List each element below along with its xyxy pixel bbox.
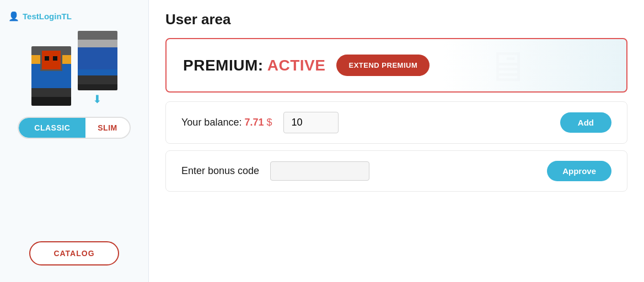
balance-label: Your balance: 7.71 $ xyxy=(181,117,272,128)
main-content: User area PREMIUM: ACTIVE EXTEND PREMIUM… xyxy=(149,0,644,282)
extend-premium-button[interactable]: EXTEND PREMIUM xyxy=(336,55,430,76)
premium-box: PREMIUM: ACTIVE EXTEND PREMIUM xyxy=(165,38,627,93)
slim-skin xyxy=(78,31,117,90)
skin-tabs: CLASSIC SLIM xyxy=(18,117,130,139)
download-icon[interactable]: ⬇ xyxy=(93,93,102,106)
approve-button[interactable]: Approve xyxy=(547,161,611,181)
balance-box: Your balance: 7.71 $ Add xyxy=(165,101,627,144)
premium-status: ACTIVE xyxy=(267,57,326,74)
bonus-box: Enter bonus code Approve xyxy=(165,150,627,192)
slim-skin-wrapper: ⬇ xyxy=(78,31,117,106)
tab-classic[interactable]: CLASSIC xyxy=(19,118,85,138)
skin-face xyxy=(40,49,62,71)
classic-skin xyxy=(31,46,71,106)
tab-slim[interactable]: SLIM xyxy=(85,118,129,138)
user-info: TestLoginTL xyxy=(8,11,72,21)
sidebar: TestLoginTL ⬇ CLASSIC SLIM CATALOG xyxy=(0,0,149,282)
balance-input[interactable] xyxy=(283,112,339,133)
user-icon xyxy=(8,11,18,21)
balance-currency: $ xyxy=(267,117,272,128)
catalog-button[interactable]: CATALOG xyxy=(29,241,119,265)
premium-text-label: PREMIUM: xyxy=(183,57,264,74)
add-balance-button[interactable]: Add xyxy=(560,112,611,133)
bonus-label: Enter bonus code xyxy=(181,165,259,177)
balance-amount: 7.71 xyxy=(244,117,264,128)
username: TestLoginTL xyxy=(23,12,72,21)
classic-skin-wrapper xyxy=(31,46,71,106)
bonus-code-input[interactable] xyxy=(270,161,369,181)
page-title: User area xyxy=(165,11,627,28)
skin-container: ⬇ xyxy=(31,31,117,106)
premium-label: PREMIUM: ACTIVE xyxy=(183,57,325,74)
